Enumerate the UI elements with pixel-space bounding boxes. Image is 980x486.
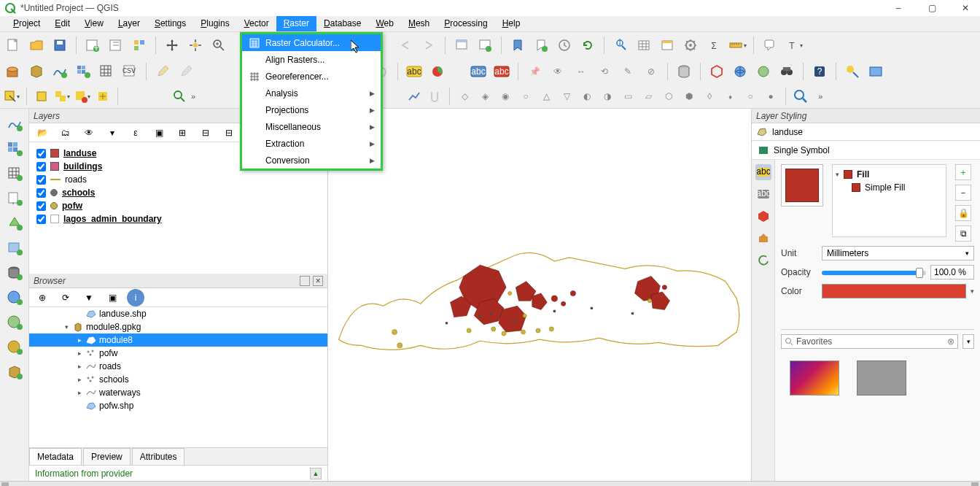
fill-remove-button[interactable]: － — [955, 185, 971, 201]
browser-item-module8-gpkg[interactable]: ▾module8.gpkg — [29, 320, 327, 333]
deselect-button[interactable] — [33, 88, 50, 105]
history-tab[interactable] — [755, 230, 771, 246]
menu-mesh[interactable]: Mesh — [401, 16, 437, 31]
layer-checkbox-lagos_admin_boundary[interactable] — [36, 215, 46, 224]
add-delimited-text-button[interactable]: csv — [120, 61, 140, 82]
chart-line-button[interactable] — [405, 88, 423, 105]
layer-styling-layer-selector[interactable]: landuse — [752, 123, 980, 141]
layer-checkbox-pofw[interactable] — [36, 201, 46, 211]
select-all-button[interactable]: ▾ — [53, 88, 71, 105]
new-print-layout-button[interactable]: + — [82, 35, 103, 55]
help-button[interactable]: ? — [809, 61, 830, 82]
plugin-misc1-button[interactable] — [842, 61, 863, 82]
statistics-button[interactable]: Σ — [704, 35, 724, 55]
fill-add-button[interactable]: ＋ — [955, 164, 971, 180]
browser-item-waterways[interactable]: ▸waterways — [29, 386, 327, 399]
labels-tab[interactable]: abc — [755, 186, 771, 202]
layers-funnel-button[interactable]: ▾ — [104, 124, 121, 142]
select-by-expr-button[interactable]: ▾ — [74, 88, 91, 105]
browser-panel-float-button[interactable] — [300, 276, 310, 286]
symbology-tab[interactable]: abc — [755, 164, 771, 180]
status-grip-right[interactable] — [971, 482, 979, 486]
unit-combo[interactable]: Millimeters▾ — [822, 246, 974, 261]
opacity-slider[interactable] — [822, 267, 926, 277]
add-geopackage-vbtn[interactable] — [5, 363, 24, 382]
layers-collapse-button[interactable]: ⊟ — [197, 124, 214, 142]
raster-menu-item-projections[interactable]: Projections▶ — [242, 101, 381, 118]
add-virtual-vbtn[interactable] — [5, 239, 24, 258]
layer-checkbox-roads[interactable] — [36, 175, 46, 185]
browser-tab-attributes[interactable]: Attributes — [132, 448, 185, 465]
grey-swatch[interactable] — [857, 360, 906, 396]
browser-refresh-button[interactable]: ⟳ — [57, 289, 74, 306]
browser-item-pofw-shp[interactable]: pofw.shp — [29, 399, 327, 412]
raster-menu-item-georeferencer[interactable]: Georeferencer... — [242, 68, 381, 85]
bookmarks-button[interactable] — [531, 35, 551, 55]
add-vector-vbtn[interactable] — [5, 115, 24, 134]
toolbar-overflow-2[interactable]: » — [818, 92, 822, 101]
browser-item-roads[interactable]: ▸roads — [29, 360, 327, 373]
add-postgis-vbtn[interactable] — [5, 263, 24, 282]
field-calculator-button[interactable] — [657, 35, 677, 55]
raster-menu-item-raster-calculator[interactable]: Raster Calculator... — [242, 34, 381, 51]
add-mesh-vbtn[interactable] — [5, 164, 24, 183]
menu-help[interactable]: Help — [495, 16, 528, 31]
add-vector-layer-button[interactable] — [50, 61, 70, 82]
annotation-button[interactable]: T▾ — [783, 35, 804, 55]
undo-tab[interactable] — [755, 252, 771, 268]
info-scroll-up-button[interactable]: ▲ — [310, 468, 322, 479]
layers-filter-button[interactable]: 🗂 — [57, 124, 74, 142]
diagram-button[interactable] — [427, 61, 448, 82]
fill-tree[interactable]: ▾Fill Simple Fill — [832, 164, 946, 237]
3d-tab[interactable] — [755, 208, 771, 224]
open-project-button[interactable] — [26, 35, 47, 55]
fill-copy-button[interactable]: ⧉ — [955, 225, 971, 242]
browser-item-schools[interactable]: ▸schools — [29, 373, 327, 386]
pan-button[interactable] — [162, 35, 182, 55]
opacity-value-input[interactable]: 100.0 % — [930, 265, 974, 279]
plugin-hex-button[interactable] — [707, 61, 727, 82]
menu-processing[interactable]: Processing — [437, 16, 494, 31]
raster-menu-item-conversion[interactable]: Conversion▶ — [242, 152, 381, 169]
raster-menu-item-extraction[interactable]: Extraction▶ — [242, 135, 381, 152]
measure-button[interactable]: ▾ — [727, 35, 747, 55]
zoom-in-button[interactable] — [209, 35, 229, 55]
browser-collapse-button[interactable]: ▣ — [104, 289, 121, 306]
layers-group-button[interactable]: ▣ — [150, 124, 168, 142]
label-abc-red-button[interactable]: abc — [491, 61, 512, 82]
menu-web[interactable]: Web — [368, 16, 400, 31]
open-data-source-button[interactable] — [3, 61, 23, 82]
attribute-table-button[interactable] — [634, 35, 654, 55]
new-3d-view-button[interactable] — [475, 35, 495, 55]
locator-button[interactable] — [171, 88, 188, 105]
add-spatialite-vbtn[interactable] — [5, 214, 24, 233]
window-close-button[interactable]: ✕ — [955, 3, 976, 13]
browser-item-pofw[interactable]: ▸pofw — [29, 347, 327, 360]
browser-tree[interactable]: landuse.shp▾module8.gpkg▸module8▸pofw▸ro… — [29, 307, 327, 447]
browser-add-button[interactable]: ⊕ — [34, 289, 51, 306]
fill-lock-button[interactable]: 🔒 — [955, 205, 971, 221]
layer-checkbox-buildings[interactable] — [36, 162, 46, 171]
layer-row-schools[interactable]: schools — [32, 186, 324, 199]
layer-checkbox-landuse[interactable] — [36, 149, 46, 158]
browser-tab-preview[interactable]: Preview — [83, 448, 131, 465]
toolbar-overflow-1[interactable]: » — [191, 92, 195, 101]
favorites-search[interactable]: Favorites ⊗ — [781, 334, 958, 349]
browser-item-landuse-shp[interactable]: landuse.shp — [29, 307, 327, 320]
database-button[interactable] — [674, 61, 694, 82]
add-wfs-vbtn[interactable] — [5, 338, 24, 357]
plugin-misc2-button[interactable] — [866, 61, 886, 82]
new-geopackage-button[interactable] — [26, 61, 47, 82]
favorites-clear-button[interactable]: ⊗ — [947, 336, 954, 347]
add-raster-vbtn[interactable] — [5, 139, 24, 158]
plugin-globe2-button[interactable] — [753, 61, 774, 82]
new-bookmark-button[interactable] — [508, 35, 528, 55]
menu-database[interactable]: Database — [316, 16, 368, 31]
map-canvas[interactable] — [328, 109, 751, 481]
raster-menu-item-analysis[interactable]: Analysis▶ — [242, 85, 381, 101]
plugin-globe-button[interactable] — [730, 61, 750, 82]
identify-button[interactable]: i — [610, 35, 631, 55]
add-wms-vbtn[interactable] — [5, 288, 24, 307]
browser-properties-button[interactable]: i — [127, 289, 144, 306]
zoom-full-button[interactable] — [792, 88, 809, 105]
